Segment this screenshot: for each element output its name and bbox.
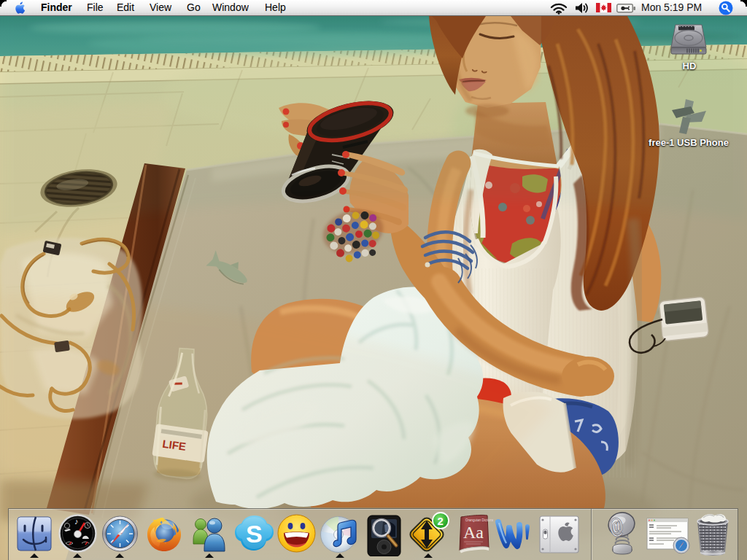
svg-text:♪: ♪ [74, 517, 79, 526]
svg-text:2: 2 [438, 515, 444, 527]
svg-text:S: S [246, 520, 263, 548]
svg-text:Orangutan Dictionary: Orangutan Dictionary [465, 518, 493, 522]
svg-text:Aa: Aa [463, 523, 484, 542]
